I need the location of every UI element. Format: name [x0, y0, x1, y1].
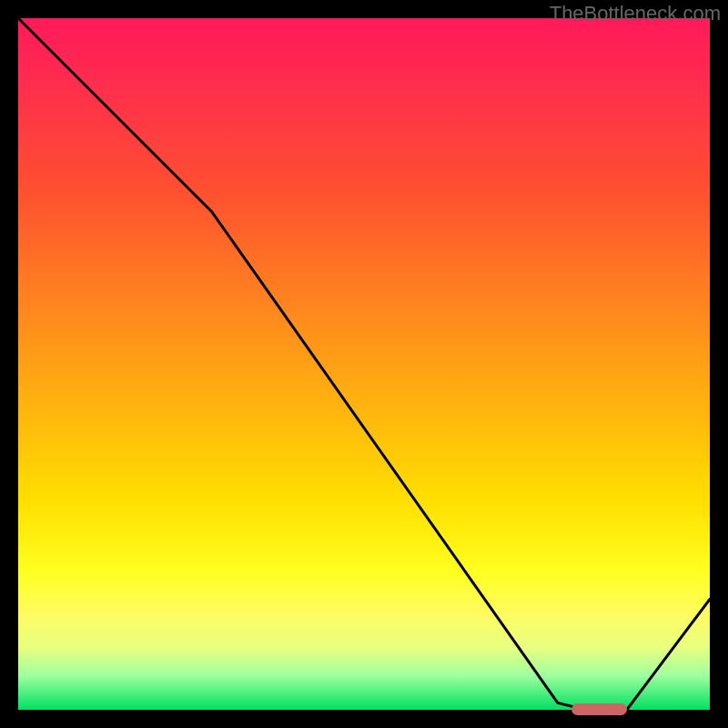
floor-marker	[571, 703, 627, 715]
chart-line	[18, 18, 710, 710]
watermark-text: TheBottleneck.com	[550, 2, 721, 25]
